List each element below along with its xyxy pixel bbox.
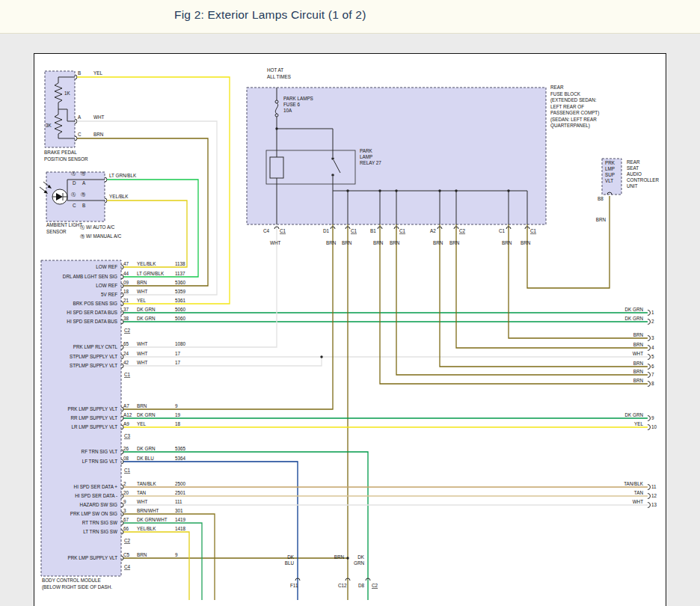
wire-color-label: YEL/BLK <box>109 194 129 199</box>
pin-letter: C <box>78 132 82 137</box>
bcm-pin-function: PRK LMP SW ON SIG <box>70 511 117 516</box>
fuse-block-location: QUARTERPANEL) <box>550 123 590 129</box>
stub-number: 8 <box>651 381 654 386</box>
junction-dot <box>320 355 322 358</box>
wire-wht <box>123 357 322 366</box>
drop-wire-color: BLU <box>285 560 295 566</box>
bcm-pin-function: PRK LMP RLY CNTL <box>73 344 118 349</box>
stub-wire-color: TAN <box>634 490 644 495</box>
component-name: UNIT <box>627 183 638 189</box>
bcm-wire-color: YEL <box>137 298 146 303</box>
stub-connector-arc <box>648 425 651 430</box>
junction-dot <box>275 127 277 129</box>
bcm-wire-color: DK BLU <box>137 456 154 461</box>
relay-label: PARK <box>360 148 372 153</box>
bcm-pin-function: PRK LMP SUPPLY VLT <box>68 406 118 411</box>
wiring-diagram-svg: B A C YEL WHT BRN 1K 3K BRAKE PEDAL POSI… <box>0 0 700 606</box>
fuse-block-connector-label: D1 <box>323 228 330 233</box>
stub-number: 3 <box>651 335 654 340</box>
wire-dk-grn <box>123 452 368 600</box>
rear-fuse-block: HOT AT ALL TIMES PARK LAMPS FUSE 6 10A P… <box>247 67 599 224</box>
stub-connector-arc <box>648 503 651 508</box>
component-name: POSITION SENSOR <box>44 156 88 162</box>
stub-wire-color: BRN <box>633 342 644 347</box>
drop-connector-label: C2 <box>372 583 378 588</box>
stub-wire-color: WHT <box>633 351 643 356</box>
bcm-circuit-number: 1418 <box>175 526 186 531</box>
bcm-pin-function: HI SPD SER DATA BUS <box>67 310 117 315</box>
bcm-wire-color: YEL <box>137 421 146 426</box>
rear-seat-audio-controller: PRK LMP SUP VLT B8 BRN REAR SEAT AUDIO C… <box>596 159 660 222</box>
stub-connector-arc <box>648 485 651 490</box>
bcm-wire-color: YEL/BLK <box>137 261 156 266</box>
component-name: BODY CONTROL MODULE <box>42 578 101 583</box>
junction-dot <box>507 189 509 192</box>
pin-letter: A <box>78 114 82 120</box>
wire-brn <box>380 224 648 384</box>
bcm-pin-number: A7 <box>123 403 129 408</box>
fuse-block-wire-color: BRN <box>449 240 460 245</box>
stub-number: 6 <box>651 364 654 369</box>
fuse-block-wire-color: BRN <box>390 240 400 245</box>
fuse-block-location: PASSENGER COMPT) <box>550 110 599 116</box>
hot-at-label: HOT AT <box>267 67 283 73</box>
component-name: AMBIENT LIGHT <box>46 222 82 227</box>
wire-color-label: BRN <box>93 132 104 137</box>
fuse-block-wire-color: BRN <box>373 240 384 245</box>
relay-label: LAMP <box>360 154 372 159</box>
pin-letter: B <box>82 203 85 208</box>
bcm-circuit-number: 18 <box>175 421 181 426</box>
ambient-light-sensor: Ⓐ Ⓑ D A Ⓐ Ⓑ C B LT GRN/BLK YEL/BLK AMBIE… <box>40 171 137 239</box>
stub-number: 2 <box>651 319 654 324</box>
bcm-pin-function: RF TRN SIG VLT <box>82 449 118 454</box>
stub-connector-arc <box>648 355 651 360</box>
bcm-pin-function: LOW REF <box>96 283 117 288</box>
legend-auto-ac: Ⓐ W/ AUTO A/C <box>80 224 115 230</box>
bcm-wire-color: DK GRN <box>137 316 156 321</box>
bcm-pin-function: HI SPD SER DATA BUS <box>67 319 117 324</box>
bcm-pin-number: 44 <box>123 271 129 276</box>
bcm-circuit-number: 5361 <box>175 298 186 303</box>
stub-wire-color: YEL <box>634 421 643 426</box>
stub-connector-arc <box>648 319 651 325</box>
bcm-connector-label: C4 <box>124 564 131 569</box>
bcm-connector-label: C1 <box>124 372 131 377</box>
brake-pedal-position-sensor: B A C YEL WHT BRN 1K 3K BRAKE PEDAL POSI… <box>44 70 104 162</box>
relay-contact <box>331 157 334 160</box>
stub-connector-arc <box>648 382 651 387</box>
drop-wire-color: GRN <box>354 560 364 566</box>
bcm-pin-function: HI SPD SER DATA - <box>75 493 117 498</box>
junction-dot <box>378 189 381 192</box>
stub-number: 10 <box>651 424 657 429</box>
stub-connector-arc <box>648 346 651 351</box>
fuse-block-connector-label: C1 <box>399 228 406 233</box>
bcm-circuit-number: 5364 <box>175 456 186 461</box>
bcm-circuit-number: 17 <box>175 360 181 365</box>
stub-connector-arc <box>648 310 651 316</box>
bcm-wire-color: YEL/BLK <box>137 526 156 531</box>
fuse-block-location: (EXTENDED SEDAN: <box>550 97 597 103</box>
bcm-wire-color: TAN <box>137 490 147 495</box>
resistor-value: 1K <box>64 91 71 96</box>
pin-letter: C <box>73 203 76 208</box>
bcm-pin-number: 18 <box>123 289 129 294</box>
bcm-pin-function: 5V REF <box>101 292 117 297</box>
stub-connector-arc <box>648 416 651 421</box>
rear-audio-pin-function: SUP <box>605 172 615 177</box>
fuse-block-location: FUSE BLOCK <box>550 91 581 97</box>
stub-wire-color: BRN <box>633 369 644 374</box>
stub-wire-color: DK GRN <box>625 307 644 312</box>
bcm-wire-color: BRN <box>137 280 147 285</box>
bcm-pin-function: HI SPD SER DATA + <box>74 484 118 489</box>
bcm-pin-function: HAZARD SW SIG <box>80 502 117 507</box>
bcm-wire-color: TAN/BLK <box>137 481 157 486</box>
bcm-connector-label: C3 <box>124 433 131 438</box>
bcm-wire-color: WHT <box>137 289 147 294</box>
bcm-wire-color: WHT <box>137 341 147 346</box>
bcm-pin-function: BRK POS SENS SIG <box>73 301 118 306</box>
bcm-pin-number: 26 <box>123 446 129 451</box>
bcm-pin-function: RR LMP SUPPLY VLT <box>70 415 117 420</box>
bcm-pin-number: 47 <box>123 261 129 266</box>
wire-color-label: YEL <box>93 70 102 76</box>
pin-variant: Ⓐ <box>71 171 76 176</box>
